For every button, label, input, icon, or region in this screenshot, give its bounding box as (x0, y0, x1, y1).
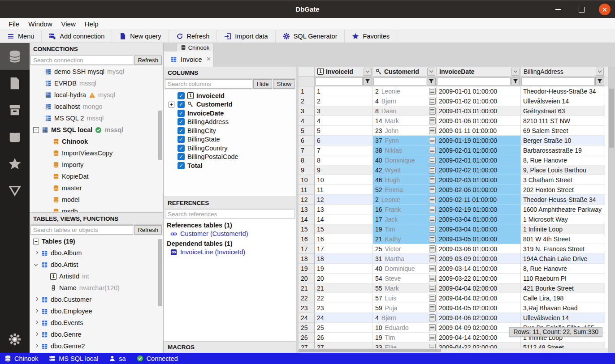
connections-scrollbar-thumb[interactable] (158, 111, 162, 160)
table-column-item[interactable]: Namenvarchar(120) (30, 282, 163, 294)
row-number[interactable]: 13 (299, 205, 315, 214)
database-item[interactable]: msdb (30, 206, 163, 212)
connection-item[interactable]: localhostmongo (30, 101, 163, 112)
row-number[interactable]: 11 (299, 185, 315, 195)
tab-invoice[interactable]: Invoice × (164, 51, 213, 67)
cell-customerid[interactable]: 4Bjørn (373, 96, 437, 106)
cell-invoiceid[interactable]: 16 (315, 234, 373, 244)
filter-funnel-icon[interactable] (363, 77, 372, 86)
cell-customerid[interactable]: 17Jack (373, 214, 437, 224)
column-menu-dropdown[interactable] (511, 68, 520, 76)
toolbar-sql-generator[interactable]: SQL Generator (276, 30, 345, 43)
row-number[interactable]: 22 (299, 293, 315, 303)
cell-invoicedate[interactable]: 2009-02-11 01:00:00 (437, 195, 521, 205)
cell-customerid[interactable]: 59Puja (373, 303, 437, 313)
cell-billingaddress[interactable]: 319 N. Frances Street (521, 244, 605, 254)
checkbox-checked[interactable]: ✓ (178, 110, 185, 117)
cell-billingaddress[interactable]: Ullevålsveien 14 (521, 96, 605, 106)
row-number[interactable]: 9 (299, 165, 315, 175)
chevron-right-icon[interactable] (34, 321, 39, 325)
chevron-right-icon[interactable] (34, 297, 39, 302)
column-checklist-item[interactable]: ✓BillingState (164, 135, 296, 144)
database-item[interactable]: master (30, 182, 163, 194)
menu-window[interactable]: Window (24, 19, 56, 29)
grid-column-header-invoicedate[interactable]: InvoiceDate (437, 67, 521, 77)
cell-billingaddress[interactable]: 1 Infinite Loop (521, 224, 605, 234)
cell-invoiceid[interactable]: 18 (315, 254, 373, 264)
cell-billingaddress[interactable]: 3,Raj Bhavan Road (521, 303, 605, 313)
rail-history[interactable] (0, 124, 30, 150)
cell-billingaddress[interactable]: 8, Rue Hanovre (521, 155, 605, 165)
lookup-document-icon[interactable] (429, 117, 436, 124)
cell-invoicedate[interactable]: 2009-02-01 01:00:00 (437, 155, 521, 165)
cell-invoiceid[interactable]: 8 (315, 155, 373, 165)
cell-billingaddress[interactable]: 801 W 4th Street (521, 234, 605, 244)
cell-invoicedate[interactable]: 2009-04-05 02:00:00 (437, 303, 521, 313)
cell-customerid[interactable]: 40Dominique (373, 155, 437, 165)
row-number[interactable]: 8 (299, 155, 315, 165)
grid-column-header-invoiceid[interactable]: InvoiceId (315, 67, 373, 77)
cell-customerid[interactable]: 38Niklas (373, 146, 437, 155)
table-column-item[interactable]: ArtistIdint (30, 270, 163, 282)
tables-scrollbar-thumb[interactable] (158, 239, 162, 306)
column-checklist-item[interactable]: +✓CustomerId (164, 100, 296, 109)
cell-customerid[interactable]: 19Tim (373, 224, 437, 234)
tab-group-label[interactable]: Chinook (177, 43, 213, 51)
row-number[interactable]: 17 (299, 244, 315, 254)
tables-refresh-button[interactable]: Refresh (134, 225, 162, 235)
cell-billingaddress[interactable]: Calle Lira, 198 (521, 293, 605, 303)
table-item[interactable]: dbo.Album (30, 247, 163, 259)
row-number[interactable]: 4 (299, 116, 315, 126)
cell-invoiceid[interactable]: 14 (315, 214, 373, 224)
reference-link[interactable]: InvoiceLine (InvoiceId) (170, 248, 293, 256)
column-checklist-item[interactable]: ✓InvoiceDate (164, 109, 296, 118)
cell-invoiceid[interactable]: 17 (315, 244, 373, 254)
chevron-right-icon[interactable] (34, 309, 39, 313)
cell-invoiceid[interactable]: 4 (315, 116, 373, 126)
lookup-document-icon[interactable] (429, 324, 436, 331)
connection-item[interactable]: −MS SQL localmssql (30, 124, 163, 136)
cell-billingaddress[interactable]: Theodor-Heuss-Straße 34 (521, 86, 605, 96)
row-number[interactable]: 25 (299, 323, 315, 333)
reference-link[interactable]: Customer (CustomerId) (170, 230, 293, 237)
checkbox-checked[interactable]: ✓ (178, 127, 185, 134)
lookup-document-icon[interactable] (429, 265, 436, 272)
cell-invoicedate[interactable]: 2009-03-04 01:00:00 (437, 224, 521, 234)
table-item[interactable]: dbo.Genre (30, 329, 163, 340)
lookup-document-icon[interactable] (429, 285, 436, 292)
search-tables-input[interactable] (30, 225, 133, 235)
cell-billingaddress[interactable]: Ullevålsveien 14 (521, 313, 605, 323)
cell-invoicedate[interactable]: 2009-02-03 01:00:00 (437, 175, 521, 185)
database-item[interactable]: Chinook (30, 136, 163, 147)
cell-invoiceid[interactable]: 6 (315, 136, 373, 146)
cell-billingaddress[interactable]: 1 Microsoft Way (521, 214, 605, 224)
cell-customerid[interactable]: 54Steve (373, 274, 437, 283)
lookup-document-icon[interactable] (429, 236, 436, 243)
row-number[interactable]: 1 (299, 86, 315, 96)
cell-invoiceid[interactable]: 12 (315, 195, 373, 205)
lookup-document-icon[interactable] (429, 157, 436, 164)
cell-invoiceid[interactable]: 26 (315, 333, 373, 343)
lookup-document-icon[interactable] (429, 314, 436, 321)
checkbox-checked[interactable]: ✓ (178, 145, 185, 152)
cell-invoicedate[interactable]: 2009-03-04 01:00:00 (437, 214, 521, 224)
cell-invoicedate[interactable]: 2009-02-06 01:00:00 (437, 185, 521, 195)
cell-invoiceid[interactable]: 1 (315, 86, 373, 96)
cell-invoiceid[interactable]: 5 (315, 126, 373, 136)
cell-billingaddress[interactable]: 3 Chatham Street (521, 175, 605, 185)
row-number[interactable]: 2 (299, 96, 315, 106)
toolbar-import-data[interactable]: Import data (217, 30, 275, 43)
checkbox-checked[interactable]: ✓ (178, 136, 185, 143)
checkbox-checked[interactable]: ✓ (178, 162, 185, 169)
cell-invoiceid[interactable]: 19 (315, 264, 373, 274)
cell-customerid[interactable]: 31Martha (373, 254, 437, 264)
row-number[interactable]: 10 (299, 175, 315, 185)
table-item[interactable]: dbo.Customer (30, 294, 163, 305)
cell-invoicedate[interactable]: 2009-01-02 01:00:00 (437, 96, 521, 106)
table-item[interactable]: dbo.Genre2 (30, 340, 163, 352)
search-columns-input[interactable] (165, 79, 252, 89)
cell-invoicedate[interactable]: 2009-02-02 01:00:00 (437, 165, 521, 175)
cell-customerid[interactable]: 52Emma (373, 185, 437, 195)
cell-invoicedate[interactable]: 2009-03-05 01:00:00 (437, 234, 521, 244)
minimize-button[interactable] (552, 4, 564, 15)
